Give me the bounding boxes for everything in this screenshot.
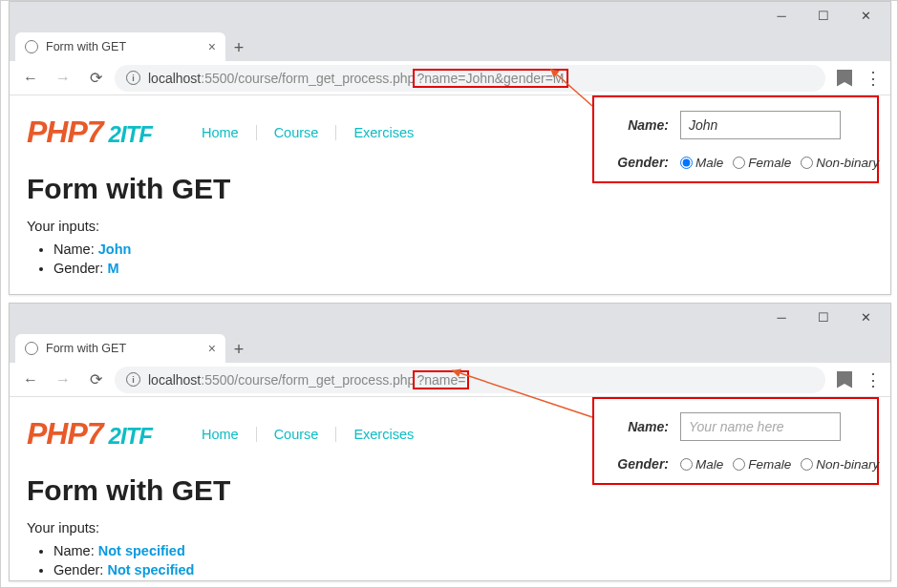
nav-course[interactable]: Course — [256, 427, 336, 442]
tab-bar: Form with GET × + — [10, 330, 890, 363]
inputs-heading: Your inputs: — [27, 520, 873, 536]
radio-male[interactable]: Male — [680, 457, 723, 472]
site-nav: Home Course Exercises — [184, 125, 431, 140]
window-minimize-button[interactable]: ─ — [760, 2, 802, 29]
inputs-list: Name: John Gender: M — [27, 240, 873, 278]
gender-value: M — [107, 261, 118, 276]
list-item: Gender: M — [53, 259, 873, 278]
radio-nonbinary-input[interactable] — [801, 157, 813, 169]
url-text: localhost:5500/course/form_get_process.p… — [148, 71, 568, 86]
back-button[interactable]: ← — [17, 65, 44, 92]
url-query-highlight: ?name= — [413, 370, 469, 389]
radio-nonbinary-input[interactable] — [801, 458, 813, 471]
browser-window-1: ─ ☐ ✕ Form with GET × + ← → ⟳ i localhos… — [9, 1, 891, 295]
inputs-list: Name: Not specified Gender: Not specifie… — [27, 541, 873, 579]
new-tab-button[interactable]: + — [225, 34, 252, 61]
list-item: Gender: Not specified — [53, 560, 873, 579]
radio-female-input[interactable] — [733, 458, 745, 471]
globe-icon — [25, 342, 38, 355]
site-nav: Home Course Exercises — [184, 427, 431, 442]
back-button[interactable]: ← — [17, 367, 44, 393]
nav-exercises[interactable]: Exercises — [335, 427, 431, 442]
window-close-button[interactable]: ✕ — [845, 304, 887, 330]
radio-female[interactable]: Female — [733, 457, 791, 472]
radio-nonbinary[interactable]: Non-binary — [801, 457, 879, 472]
gender-value: Not specified — [107, 562, 194, 578]
name-label: Name: — [608, 419, 669, 434]
radio-male-input[interactable] — [680, 157, 693, 169]
address-bar[interactable]: i localhost:5500/course/form_get_process… — [115, 367, 825, 393]
name-value: John — [98, 242, 132, 257]
form-overlay: Name: Gender: Male Female Non-binary — [592, 397, 879, 485]
window-maximize-button[interactable]: ☐ — [802, 2, 845, 29]
reload-button[interactable]: ⟳ — [82, 65, 109, 92]
address-bar[interactable]: i localhost:5500/course/form_get_process… — [115, 65, 825, 92]
name-input[interactable] — [680, 412, 841, 441]
gender-label: Gender: — [608, 155, 669, 170]
site-info-icon[interactable]: i — [126, 372, 140, 387]
page-content: PHP7 2ITF Home Course Exercises Form wit… — [10, 397, 890, 588]
tab-bar: Form with GET × + — [10, 29, 890, 61]
bookmark-icon[interactable] — [831, 371, 858, 388]
toolbar: ← → ⟳ i localhost:5500/course/form_get_p… — [10, 363, 890, 397]
reload-button[interactable]: ⟳ — [82, 367, 109, 393]
nav-course[interactable]: Course — [256, 125, 336, 140]
brand-sub: 2ITF — [109, 423, 152, 450]
browser-window-2: ─ ☐ ✕ Form with GET × + ← → ⟳ i localhos… — [9, 303, 891, 581]
radio-male-input[interactable] — [680, 458, 693, 471]
url-query-highlight: ?name=John&gender=M — [413, 69, 567, 88]
site-info-icon[interactable]: i — [126, 71, 140, 85]
site-brand[interactable]: PHP7 2ITF — [27, 416, 152, 452]
window-titlebar[interactable]: ─ ☐ ✕ — [10, 304, 890, 330]
brand-main: PHP7 — [27, 115, 103, 150]
brand-sub: 2ITF — [109, 121, 152, 148]
name-value: Not specified — [98, 543, 185, 558]
form-overlay: Name: Gender: Male Female Non-binary — [592, 95, 879, 183]
toolbar: ← → ⟳ i localhost:5500/course/form_get_p… — [10, 61, 890, 95]
tab-close-icon[interactable]: × — [208, 39, 216, 54]
nav-home[interactable]: Home — [184, 125, 256, 140]
window-titlebar[interactable]: ─ ☐ ✕ — [10, 2, 890, 29]
inputs-heading: Your inputs: — [27, 219, 873, 234]
radio-nonbinary[interactable]: Non-binary — [801, 156, 879, 170]
gender-label: Gender: — [608, 456, 669, 472]
radio-female-input[interactable] — [733, 157, 745, 169]
new-tab-button[interactable]: + — [225, 336, 252, 363]
browser-tab[interactable]: Form with GET × — [15, 334, 225, 363]
site-brand[interactable]: PHP7 2ITF — [27, 115, 152, 150]
name-label: Name: — [608, 117, 669, 133]
browser-tab[interactable]: Form with GET × — [15, 32, 225, 61]
radio-male[interactable]: Male — [680, 156, 723, 170]
window-maximize-button[interactable]: ☐ — [802, 304, 845, 330]
tab-title: Form with GET — [46, 342, 201, 355]
page-content: PHP7 2ITF Home Course Exercises Form wit… — [10, 95, 890, 287]
nav-exercises[interactable]: Exercises — [335, 125, 431, 140]
tab-title: Form with GET — [46, 40, 201, 53]
browser-menu-button[interactable]: ⋮ — [864, 369, 883, 390]
tab-close-icon[interactable]: × — [208, 341, 216, 356]
forward-button[interactable]: → — [50, 65, 76, 92]
nav-home[interactable]: Home — [184, 427, 256, 442]
globe-icon — [25, 40, 38, 53]
list-item: Name: John — [53, 240, 873, 259]
bookmark-icon[interactable] — [831, 70, 858, 87]
list-item: Name: Not specified — [53, 541, 873, 560]
window-minimize-button[interactable]: ─ — [760, 304, 802, 330]
browser-menu-button[interactable]: ⋮ — [864, 68, 883, 89]
window-close-button[interactable]: ✕ — [845, 2, 887, 29]
radio-female[interactable]: Female — [733, 156, 791, 170]
url-text: localhost:5500/course/form_get_process.p… — [148, 372, 469, 388]
name-input[interactable] — [680, 111, 841, 139]
forward-button[interactable]: → — [50, 367, 76, 393]
brand-main: PHP7 — [27, 416, 103, 452]
